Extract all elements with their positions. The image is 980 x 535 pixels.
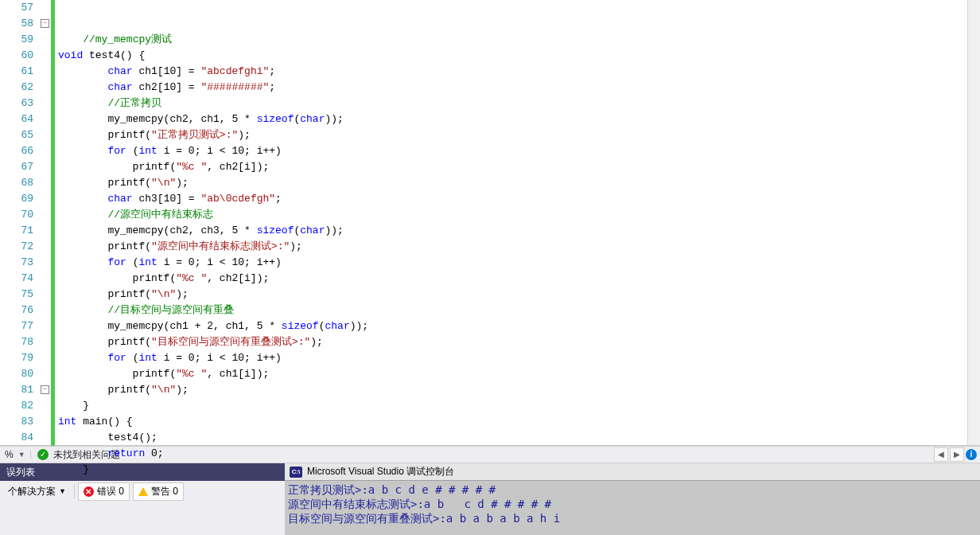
- code-line[interactable]: printf("\n");: [58, 175, 980, 191]
- line-number: 61: [0, 64, 33, 80]
- line-number: 57: [0, 0, 33, 16]
- line-number: 81: [0, 382, 33, 398]
- fold-toggle-icon[interactable]: −: [41, 385, 49, 394]
- line-number: 78: [0, 334, 33, 350]
- code-line[interactable]: printf("%c ", ch1[i]);: [58, 366, 980, 382]
- code-line[interactable]: my_memcpy(ch1 + 2, ch1, 5 * sizeof(char)…: [58, 318, 980, 334]
- line-number: 84: [0, 430, 33, 446]
- line-number: 64: [0, 111, 33, 127]
- line-number: 80: [0, 366, 33, 382]
- code-line[interactable]: printf("%c ", ch2[i]);: [58, 271, 980, 287]
- line-number: 75: [0, 287, 33, 303]
- console-line: 目标空间与源空间有重叠测试>:a b a b a b a h i: [288, 511, 977, 525]
- code-line[interactable]: printf("正常拷贝测试>:");: [58, 127, 980, 143]
- line-number: 76: [0, 303, 33, 318]
- code-line[interactable]: int main() {: [58, 414, 980, 430]
- code-line[interactable]: for (int i = 0; i < 10; i++): [58, 350, 980, 366]
- line-number: 69: [0, 191, 33, 207]
- line-number: 65: [0, 127, 33, 143]
- scope-label: 个解决方案: [8, 485, 56, 498]
- code-line[interactable]: //目标空间与源空间有重叠: [58, 303, 980, 318]
- line-number-gutter: 5758596061626364656667686970717273747576…: [0, 0, 40, 445]
- code-line[interactable]: printf("\n");: [58, 287, 980, 303]
- line-number: 71: [0, 223, 33, 239]
- code-area[interactable]: //my_memcpy测试void test4() { char ch1[10]…: [55, 0, 980, 445]
- code-line[interactable]: printf("源空间中有结束标志测试>:");: [58, 239, 980, 255]
- code-line[interactable]: test4();: [58, 430, 980, 446]
- code-line[interactable]: my_memcpy(ch2, ch3, 5 * sizeof(char));: [58, 223, 980, 239]
- code-line[interactable]: void test4() {: [58, 48, 980, 64]
- code-line[interactable]: char ch3[10] = "ab\0cdefgh";: [58, 191, 980, 207]
- line-number: 62: [0, 80, 33, 96]
- code-line[interactable]: }: [58, 462, 980, 478]
- line-number: 70: [0, 207, 33, 223]
- line-number: 74: [0, 271, 33, 287]
- code-line[interactable]: for (int i = 0; i < 10; i++): [58, 143, 980, 159]
- line-number: 82: [0, 398, 33, 414]
- check-icon: ✓: [37, 449, 49, 460]
- code-line[interactable]: //my_memcpy测试: [58, 32, 980, 48]
- line-number: 68: [0, 175, 33, 191]
- code-line[interactable]: my_memcpy(ch2, ch1, 5 * sizeof(char));: [58, 111, 980, 127]
- line-number: 67: [0, 159, 33, 175]
- code-line[interactable]: char ch1[10] = "abcdefghi";: [58, 64, 980, 80]
- line-number: 77: [0, 318, 33, 334]
- code-line[interactable]: printf("\n");: [58, 382, 980, 398]
- line-number: 73: [0, 255, 33, 271]
- zoom-level[interactable]: %: [0, 449, 18, 460]
- code-editor[interactable]: 5758596061626364656667686970717273747576…: [0, 0, 980, 446]
- line-number: 79: [0, 350, 33, 366]
- line-number: 59: [0, 32, 33, 48]
- line-number: 83: [0, 414, 33, 430]
- line-number: 60: [0, 48, 33, 64]
- code-line[interactable]: char ch2[10] = "#########";: [58, 80, 980, 96]
- line-number: 72: [0, 239, 33, 255]
- line-number: 58: [0, 16, 33, 32]
- line-number: 66: [0, 143, 33, 159]
- warning-icon: [138, 487, 148, 496]
- code-line[interactable]: //源空间中有结束标志: [58, 207, 980, 223]
- code-line[interactable]: printf("目标空间与源空间有重叠测试>:");: [58, 334, 980, 350]
- code-line[interactable]: for (int i = 0; i < 10; i++): [58, 255, 980, 271]
- code-line[interactable]: printf("%c ", ch2[i]);: [58, 159, 980, 175]
- line-number: 63: [0, 96, 33, 111]
- vertical-scrollbar[interactable]: [967, 0, 980, 445]
- code-line[interactable]: return 0;: [58, 446, 980, 462]
- code-line[interactable]: }: [58, 398, 980, 414]
- code-line[interactable]: //正常拷贝: [58, 96, 980, 111]
- fold-column: −−: [40, 0, 51, 445]
- fold-toggle-icon[interactable]: −: [41, 19, 49, 28]
- zoom-dropdown-icon[interactable]: ▼: [18, 451, 31, 459]
